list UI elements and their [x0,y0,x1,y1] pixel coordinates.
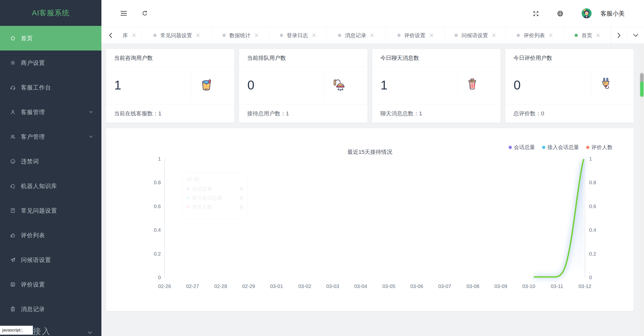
sidebar-item-customer-management[interactable]: 客户管理 [0,124,101,149]
tabs-menu-dropdown-button[interactable] [627,27,644,43]
tab-greeting-settings[interactable]: 问候语设置 [445,27,506,43]
sidebar-item-message-log[interactable]: 消息记录 [0,297,101,321]
tab-status-dot [397,34,401,37]
tabs-scroll-right-button[interactable] [611,27,627,43]
divider [590,72,591,99]
tab-review-list[interactable]: 评价列表 [506,27,564,43]
y-axis-tick: 0.6 [143,203,161,209]
legend-item-accepted-sessions[interactable]: 接入会话总量 [542,144,579,151]
sidebar-item-agent-management[interactable]: 客服管理 [0,100,101,124]
fullscreen-icon[interactable] [533,11,539,18]
stat-value: 1 [381,78,388,92]
stat-card-body: 0 [239,67,367,104]
stat-card-title: 今日评价用户数 [505,49,634,67]
close-icon[interactable] [370,33,374,37]
close-icon[interactable] [312,33,316,37]
sidebar-item-label: 违禁词 [21,158,39,165]
sidebar-item-label: 机器人知识库 [21,182,57,190]
sidebar-item-agent-workbench[interactable]: 客服工作台 [0,75,101,100]
sidebar-item-merchant-settings[interactable]: 商户设置 [0,51,101,75]
sidebar-menu: 首页 商户设置 客服工作台 客服管理 [0,26,101,321]
tab-faq-settings[interactable]: 常见问题设置 [142,27,212,43]
stat-card-footer: 总评价数：0 [505,104,634,123]
close-icon[interactable] [549,33,553,37]
legend-dot [586,146,589,149]
avatar[interactable] [582,8,592,18]
tab-review-settings[interactable]: 评价设置 [386,27,445,43]
sidebar-item-label: 评价设置 [21,281,45,289]
close-icon[interactable] [430,33,433,37]
footer-label: 接待总用户数： [247,110,286,117]
divider [457,72,458,99]
tabbar: 库 常见问题设置 数据统计 登录日志 消息记录 评价设置 [101,27,644,44]
username[interactable]: 客服小美 [600,10,625,18]
app-logo: AI客服系统 [0,0,101,26]
refresh-icon[interactable] [142,10,148,18]
footer-label: 聊天消息总数： [380,110,419,117]
globe-icon[interactable] [557,10,563,18]
tooltip-row: 接入会话总量 0 [186,193,243,202]
stat-card-body: 0 [505,67,634,104]
tab-home[interactable]: 首页 [564,27,611,43]
sidebar-item-review-settings[interactable]: 评价设置 [0,272,101,297]
chevron-down-icon [89,111,93,113]
sidebar-item-label: 客服工作台 [21,84,51,91]
legend-dot [542,146,545,149]
series-dot [186,196,190,199]
stat-card-queued-users: 当前排队用户数 0 接待总用户数：1 [239,49,367,123]
tab-status-dot [153,34,157,37]
divider [191,72,191,99]
collapse-sidebar-icon[interactable] [120,11,127,17]
x-axis-tick: 02-26 [153,283,176,289]
tab-message-log[interactable]: 消息记录 [326,27,386,43]
x-axis-tick: 03-12 [573,283,596,289]
sidebar-item-label: 消息记录 [21,305,45,313]
sidebar-item-review-list[interactable]: 评价列表 [0,223,101,248]
tab-label: 登录日志 [287,32,308,39]
stat-card-chat-messages-today: 今日聊天消息数 1 聊天消息总数：1 [372,49,501,123]
close-icon[interactable] [196,33,200,37]
faq-doc-icon [10,208,16,213]
legend-label: 评价人数 [591,144,613,151]
legend-item-sessions[interactable]: 会话总量 [509,144,535,151]
series-dot [186,205,190,208]
tab-data-statistics[interactable]: 数据统计 [212,27,269,43]
sidebar-item-greeting-settings[interactable]: 问候语设置 [0,248,101,272]
shower-icon [332,77,347,91]
stat-card-footer: 聊天消息总数：1 [372,104,501,123]
tab-label: 常见问题设置 [160,32,192,39]
stat-card-footer: 当前在线客服数：1 [106,104,234,123]
stat-value: 1 [114,78,121,92]
tab-status-dot [280,34,283,37]
sidebar-item-banned-words[interactable]: 违禁词 [0,149,101,174]
sidebar-item-label: 评价列表 [21,231,45,239]
legend-item-reviewers[interactable]: 评价人数 [586,144,613,151]
tab-truncated[interactable]: 库 [120,27,142,43]
tab-label: 评价列表 [524,32,545,39]
trash-can-icon [465,77,480,91]
tab-login-log[interactable]: 登录日志 [269,27,326,43]
sidebar-item-access[interactable]: 接入 [33,326,51,336]
x-axis-tick: 03-03 [321,283,344,289]
tooltip-series-label: 接入会话总量 [192,195,240,201]
stat-card-title: 当前排队用户数 [239,49,367,67]
note-icon [10,282,16,287]
x-axis-tick: 03-09 [489,283,512,289]
sidebar-item-label: 客户管理 [21,133,45,141]
sidebar-item-faq-settings[interactable]: 常见问题设置 [0,198,101,223]
sidebar-item-robot-knowledge[interactable]: 机器人知识库 [0,174,101,198]
chart-tooltip-ghost: 02-26 会话总量 0 接入会话总量 0 评价人数 0 [182,173,247,218]
stat-card-body: 1 [106,67,234,104]
close-icon[interactable] [255,33,258,37]
scrollbar-thumb[interactable] [640,73,643,97]
tab-status-dot [338,34,341,37]
close-icon[interactable] [132,33,136,37]
tabs-scroll-left-button[interactable] [101,27,120,43]
legend-dot [509,146,512,149]
y-axis-tick: 1 [143,156,161,162]
x-axis-tick: 02-28 [209,283,232,289]
close-icon[interactable] [492,33,496,37]
sidebar-item-home[interactable]: 首页 [0,26,101,51]
y-axis-tick: 0.2 [143,251,161,257]
close-icon[interactable] [596,33,600,37]
